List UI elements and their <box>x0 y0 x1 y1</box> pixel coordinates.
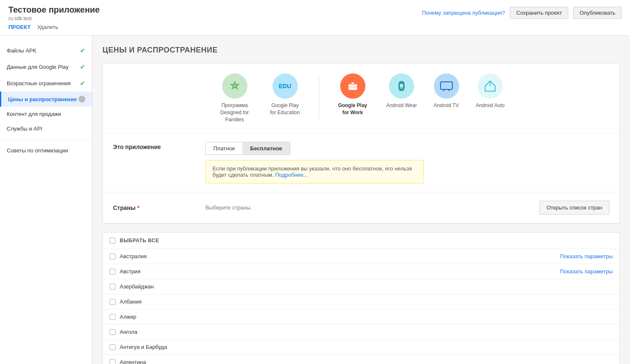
sidebar-item-apk-files[interactable]: Файлы APK✔ <box>0 42 92 59</box>
nav-delete[interactable]: Удалить <box>37 24 58 30</box>
platforms-card: ☺Программа Designed for FamiliesEDUGoogl… <box>102 63 620 224</box>
country-checkbox[interactable] <box>110 299 116 305</box>
country-name: Аргентина <box>120 359 613 364</box>
select-countries-text: Выберите страны. <box>205 204 252 211</box>
country-checkbox[interactable] <box>110 359 116 364</box>
top-bar: Тестовое приложение ru.sdk.test ПРОЕКТ У… <box>0 0 630 36</box>
country-name: Ангола <box>120 329 613 335</box>
grey-circle <box>79 96 85 102</box>
platform-icon-auto <box>478 73 503 99</box>
country-checkbox[interactable] <box>110 329 116 335</box>
table-row: Антигуа и Барбуда <box>103 340 620 355</box>
country-checkbox[interactable] <box>110 254 116 259</box>
open-countries-button[interactable]: Открыть список стран <box>539 201 609 215</box>
table-row: АвстрияПоказать параметры <box>103 264 620 279</box>
countries-section: Страны * Выберите страны. Открыть список… <box>103 192 620 223</box>
show-params-link[interactable]: Показать параметры <box>560 268 613 275</box>
save-button[interactable]: Сохранить проект <box>510 7 568 19</box>
why-link[interactable]: Почему запрещена публикация? <box>422 10 505 16</box>
table-row: Албания <box>103 294 620 309</box>
platform-item-families[interactable]: ☺Программа Designed for Families <box>218 73 252 123</box>
country-rows: АвстралияПоказать параметрыАвстрияПоказа… <box>103 249 620 364</box>
nav-project[interactable]: ПРОЕКТ <box>8 24 31 30</box>
sidebar-item-label: Файлы APK <box>7 47 37 54</box>
platform-item-wear[interactable]: Android Wear <box>386 73 417 109</box>
countries-label: Страны * <box>113 204 189 211</box>
this-app-section: Это приложение Платное Бесплатное Если п… <box>103 134 620 192</box>
countries-content: Выберите страны. Открыть список стран <box>205 201 609 215</box>
platform-item-edu[interactable]: EDUGoogle Play for Education <box>268 73 302 116</box>
table-row: Алжир <box>103 309 620 325</box>
table-row: Аргентина <box>103 355 620 364</box>
platform-icon-work <box>340 73 365 99</box>
sidebar-item-google-play-data[interactable]: Данные для Google Play✔ <box>0 59 92 75</box>
sidebar-item-label: Возрастные ограничения <box>7 80 71 86</box>
info-text: Если при публикации приложения вы указал… <box>213 165 412 178</box>
page-title: ЦЕНЫ И РАСПРОСТРАНЕНИЕ <box>102 46 620 55</box>
show-params-link[interactable]: Показать параметры <box>560 253 613 259</box>
country-name: Австралия <box>120 253 560 259</box>
platform-label-wear: Android Wear <box>386 102 417 109</box>
sidebar-item-label: Контент для продажи <box>7 111 61 117</box>
check-icon: ✔ <box>80 63 85 71</box>
info-box: Если при публикации приложения вы указал… <box>205 160 424 183</box>
sidebar-item-prices-distribution[interactable]: Цены и распространение <box>0 92 92 107</box>
country-checkbox[interactable] <box>110 284 116 290</box>
sidebar-item-label: Советы по оптимизации <box>7 147 68 154</box>
table-row: АвстралияПоказать параметры <box>103 249 620 264</box>
platform-label-families: Программа Designed for Families <box>218 102 252 123</box>
app-title: Тестовое приложение <box>8 5 100 15</box>
svg-rect-6 <box>348 86 357 87</box>
table-row: Ангола <box>103 325 620 340</box>
layout: Файлы APK✔Данные для Google Play✔Возраст… <box>0 36 630 364</box>
platform-icon-wear <box>389 73 414 99</box>
platform-item-work[interactable]: Google Play for Work <box>336 73 370 116</box>
app-id: ru.sdk.test <box>8 16 100 21</box>
check-icon: ✔ <box>80 47 85 55</box>
platform-item-auto[interactable]: Android Auto <box>476 73 505 109</box>
main-content: ЦЕНЫ И РАСПРОСТРАНЕНИЕ ☺Программа Design… <box>92 36 630 364</box>
svg-rect-11 <box>441 82 452 89</box>
this-app-content: Платное Бесплатное Если при публикации п… <box>205 142 609 183</box>
info-link[interactable]: Подробнее... <box>275 172 308 178</box>
sidebar-item-services-api[interactable]: Службы и API <box>0 121 92 136</box>
top-bar-left: Тестовое приложение ru.sdk.test ПРОЕКТ У… <box>8 5 100 30</box>
countries-table: ВЫБРАТЬ ВСЕ АвстралияПоказать параметрыА… <box>102 232 620 364</box>
sidebar-item-sale-content[interactable]: Контент для продажи <box>0 107 92 121</box>
select-all-checkbox[interactable] <box>110 238 116 244</box>
svg-text:☺: ☺ <box>232 84 236 88</box>
btn-free[interactable]: Бесплатное <box>242 142 289 155</box>
platform-separator <box>319 77 319 120</box>
table-header-row: ВЫБРАТЬ ВСЕ <box>103 233 620 249</box>
platform-item-tv[interactable]: Android TV <box>434 73 459 109</box>
sidebar-divider <box>0 139 92 140</box>
platform-label-work: Google Play for Work <box>336 102 370 116</box>
platform-icon-edu: EDU <box>273 73 298 99</box>
table-row: Азербайджан <box>103 279 620 294</box>
required-star: * <box>137 204 139 211</box>
platform-label-auto: Android Auto <box>476 102 505 109</box>
platform-icon-families: ☺ <box>222 73 247 99</box>
sidebar: Файлы APK✔Данные для Google Play✔Возраст… <box>0 36 92 364</box>
check-icon: ✔ <box>80 79 85 87</box>
platform-label-tv: Android TV <box>434 102 459 109</box>
pricing-toggle: Платное Бесплатное <box>205 142 290 155</box>
sidebar-item-label: Службы и API <box>7 126 42 132</box>
sidebar-item-optimization-tips[interactable]: Советы по оптимизации <box>0 143 92 158</box>
this-app-label: Это приложение <box>113 142 189 150</box>
platform-icon-tv <box>434 73 459 99</box>
top-bar-right: Почему запрещена публикация? Сохранить п… <box>422 5 622 19</box>
select-all-label: ВЫБРАТЬ ВСЕ <box>120 238 159 244</box>
sidebar-item-label: Данные для Google Play <box>7 64 68 70</box>
svg-rect-10 <box>399 84 404 88</box>
country-checkbox[interactable] <box>110 344 116 350</box>
nav-links: ПРОЕКТ Удалить <box>8 24 100 30</box>
platform-label-edu: Google Play for Education <box>268 102 302 116</box>
sidebar-item-age-restrictions[interactable]: Возрастные ограничения✔ <box>0 75 92 92</box>
country-name: Австрия <box>120 268 560 275</box>
publish-button[interactable]: Опубликовать <box>573 7 622 19</box>
country-name: Алжир <box>120 314 613 320</box>
country-checkbox[interactable] <box>110 314 116 320</box>
btn-paid[interactable]: Платное <box>206 142 242 155</box>
country-checkbox[interactable] <box>110 269 116 275</box>
